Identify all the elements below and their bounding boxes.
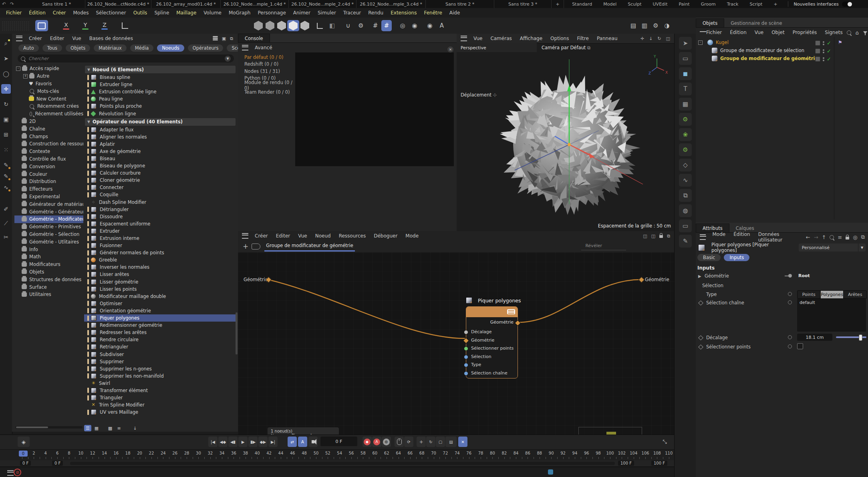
zoom-tool[interactable]: ⌕	[1, 38, 11, 48]
undo-bucket-button[interactable]	[35, 20, 48, 31]
list-item-lisser-g-om-trie[interactable]: Lisser géométrie	[84, 278, 236, 286]
list-item-lisser-ar-tes[interactable]: Lisser arêtes	[84, 271, 236, 278]
range-field[interactable]: 0 F	[52, 461, 63, 466]
attr-popout-icon[interactable]: ⧉	[861, 234, 865, 240]
tree-item-2d[interactable]: 2D	[14, 118, 83, 125]
menu-aide[interactable]: Aide	[446, 10, 464, 16]
object-visibility-dots[interactable]	[823, 40, 824, 46]
filter-chip-média[interactable]: Média	[130, 44, 154, 52]
list-item-biseau-de-polygone[interactable]: Biseau de polygone	[84, 162, 236, 169]
attr-up-icon[interactable]: ↑	[822, 234, 826, 240]
list-item-trianguler[interactable]: Trianguler	[84, 394, 236, 401]
tree-item-contr-le-de-flux[interactable]: Contrôle de flux	[14, 155, 83, 163]
list-item-points-plus-proche[interactable]: Points plus proche	[84, 103, 236, 110]
range-field[interactable]: 0 F	[20, 461, 31, 466]
node-input-port-type[interactable]	[464, 363, 468, 367]
layout-tab[interactable]: Standard	[566, 0, 598, 8]
snap-dots-tool[interactable]: ⁙	[1, 145, 11, 155]
goto-end-button[interactable]: ▶|	[268, 437, 278, 447]
coordinate-system-button[interactable]	[118, 20, 132, 31]
node-editor-burger-icon[interactable]	[242, 233, 248, 239]
spline-pen-tool[interactable]: ✎	[1, 160, 11, 170]
list-item-uv-vers-maillage[interactable]: UV vers Maillage	[84, 409, 236, 416]
rotate-tool[interactable]: ↻	[1, 99, 11, 109]
list-item-extruder-ligne[interactable]: Extruder ligne	[84, 81, 236, 88]
soft-selection-button[interactable]: ◎	[397, 20, 408, 31]
list-item-calculer-courbure[interactable]: Calculer courbure	[84, 169, 236, 177]
visibility-hex-button[interactable]: ◉	[425, 20, 435, 31]
tab-gestionnaire-de-scene[interactable]: Gestionnaire de scène	[724, 19, 789, 27]
list-item-supprimer[interactable]: Supprimer	[84, 358, 236, 365]
add-node-button[interactable]: +	[238, 242, 252, 250]
keyframe-selection-button[interactable]: ✕	[458, 437, 467, 447]
attr-lock-icon[interactable]	[846, 237, 849, 240]
add-document-tab-button[interactable]: +	[552, 0, 564, 8]
list-item-supprimer-les-n-gones[interactable]: Supprimer les n-gones	[84, 365, 236, 372]
list-item-coquille[interactable]: Coquille	[84, 191, 236, 198]
rs-sphere-icon[interactable]: ◍	[679, 204, 692, 217]
objects-menu-signets[interactable]: Signets	[821, 30, 847, 35]
layout-tab[interactable]: Model	[598, 0, 622, 8]
menu-mograph[interactable]: MoGraph	[225, 10, 254, 16]
object-visibility-dots[interactable]	[823, 56, 824, 62]
rs-text-icon[interactable]: T	[679, 83, 692, 95]
attr-forward-icon[interactable]: →	[814, 234, 818, 240]
rs-grid-icon[interactable]: ▦	[679, 98, 692, 111]
node-input-port-s-lectionner-points[interactable]	[464, 346, 468, 351]
workplane-button[interactable]: ◧	[327, 20, 337, 31]
type-label[interactable]: Type	[706, 292, 717, 297]
menu-outils[interactable]: Outils	[130, 10, 151, 16]
offset-keyframe-icon[interactable]	[698, 335, 703, 340]
measure-tool[interactable]: ✂	[1, 232, 11, 242]
asset-browser-burger-icon[interactable]	[16, 36, 22, 41]
scale-tool[interactable]: ▣	[1, 115, 11, 124]
mode-points-button[interactable]	[264, 20, 276, 31]
axis-x-button[interactable]: X	[60, 20, 72, 31]
viewport-menu-filtre[interactable]: Filtre	[573, 36, 592, 41]
offset-value-field[interactable]: 18.1 cm	[797, 334, 832, 341]
attr-back-icon[interactable]: ←	[806, 234, 810, 240]
tree-item-surface[interactable]: Surface	[14, 283, 83, 291]
render-picture-viewer-button[interactable]: ▥	[640, 20, 649, 31]
viewport-rotate-icon[interactable]: ↻	[657, 36, 661, 41]
chain-keyframe-icon[interactable]	[698, 300, 703, 306]
type-option-points[interactable]: Points	[798, 291, 821, 298]
console-advanced-menu[interactable]: Avancé	[251, 45, 276, 50]
menu-sélectionner[interactable]: Sélectionner	[92, 10, 129, 16]
auto-mode-hex-button[interactable]: A	[437, 20, 447, 31]
geometry-port[interactable]	[788, 274, 792, 278]
list-item-connecter[interactable]: Connecter	[84, 184, 236, 191]
statusbar-burger-icon[interactable]	[7, 470, 14, 476]
asset-menu-editer[interactable]: Editer	[46, 36, 68, 41]
object-row-groupe-de-modificateur-de-g-om-trie[interactable]: Groupe de modificateur de géométrie✓	[696, 54, 868, 62]
viewport-menu-affichage[interactable]: Affichage	[516, 36, 546, 41]
list-item-retrianguler[interactable]: Retrianguler	[84, 343, 236, 350]
tree-item-effecteurs[interactable]: Effecteurs	[14, 185, 83, 193]
view-list-button[interactable]: ☰	[84, 425, 91, 431]
document-tab[interactable]: Sans titre 2 *	[426, 0, 494, 8]
menu-traceur[interactable]: Traceur	[340, 10, 365, 16]
list-item-r-volution-ligne[interactable]: Révolution ligne	[84, 110, 236, 117]
render-settings-button[interactable]: ⚙	[651, 20, 661, 31]
attributes-menu-mode[interactable]: Mode	[708, 231, 729, 243]
preset-dropdown[interactable]: Personnalisé ▼	[799, 244, 866, 252]
document-tab[interactable]: 26.102_array_mod01.c4d *	[151, 0, 221, 8]
list-item-extrusion-contr-l-e-ligne[interactable]: Extrusion contrôlée ligne	[84, 88, 236, 95]
add-layout-button[interactable]: +	[768, 0, 783, 8]
rs-monitor-icon[interactable]: ▭	[679, 219, 692, 232]
next-key-button[interactable]: ◆▶	[258, 437, 268, 447]
type-option-ar-tes[interactable]: Arêtes	[844, 291, 866, 298]
list-item-peau-ligne[interactable]: Peau ligne	[84, 95, 236, 103]
filter-chip-tous[interactable]: Tous	[42, 44, 62, 52]
node-graph-canvas[interactable]: Géométrie Géométrie Piquer polygones Géo…	[238, 252, 674, 435]
menu-fichier[interactable]: Fichier	[2, 10, 25, 16]
objects-search-icon[interactable]	[847, 30, 851, 35]
document-tab[interactable]: 26.102_Node...mple_2.c4d *	[289, 0, 356, 8]
tree-item-favoris[interactable]: ♥Favoris	[14, 80, 83, 88]
list-item-optimiser[interactable]: Optimiser	[84, 300, 236, 307]
sound-button[interactable]	[308, 437, 318, 447]
layout-tab[interactable]: Track	[721, 0, 744, 8]
tree-item-r-cemment-utilis-es[interactable]: Récemment utilisées	[14, 110, 83, 118]
objects-menu-propri-t-s[interactable]: Propriétés	[789, 30, 821, 35]
attr-filter-icon[interactable]: ≡	[838, 234, 842, 240]
